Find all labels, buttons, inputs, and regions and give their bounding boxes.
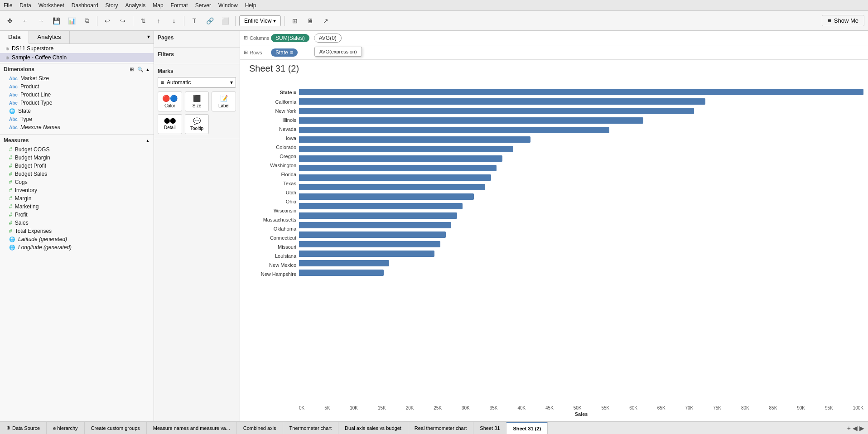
avg-pill[interactable]: AVG(0) AVG(expression) — [314, 34, 342, 43]
toolbar-duplicate[interactable]: ⧉ — [81, 14, 93, 27]
toolbar-highlight[interactable]: ⬜ — [219, 14, 231, 27]
field-inventory[interactable]: # Inventory — [0, 186, 154, 194]
panel-arrow[interactable]: ▾ — [144, 31, 154, 43]
tab-measure-names[interactable]: Measure names and measure va... — [147, 422, 237, 434]
measures-collapse[interactable]: ▲ — [145, 138, 150, 143]
field-market-size[interactable]: Abc Market Size — [0, 74, 154, 82]
bar-row[interactable] — [299, 183, 863, 192]
bar-row[interactable] — [299, 211, 863, 220]
toolbar-save[interactable]: 💾 — [50, 14, 63, 27]
toolbar-share[interactable]: ↗ — [319, 14, 332, 27]
scroll-right-btn[interactable]: ▶ — [859, 424, 864, 432]
toolbar-present[interactable]: 🖥 — [304, 14, 317, 27]
toolbar-home[interactable]: ✤ — [4, 14, 16, 27]
mark-size-btn[interactable]: ⬛ Size — [185, 92, 209, 111]
field-state[interactable]: 🌐 State — [0, 107, 154, 115]
menu-help[interactable]: Help — [245, 2, 256, 9]
menu-map[interactable]: Map — [153, 2, 163, 9]
menu-analysis[interactable]: Analysis — [125, 2, 146, 9]
toolbar-text[interactable]: T — [188, 14, 201, 27]
tab-custom-groups[interactable]: Create custom groups — [85, 422, 147, 434]
field-marketing[interactable]: # Marketing — [0, 203, 154, 211]
toolbar-undo[interactable]: ↩ — [101, 14, 114, 27]
bar-row[interactable] — [299, 106, 863, 116]
new-sheet-btn[interactable]: + — [847, 424, 851, 432]
bar-row[interactable] — [299, 145, 863, 154]
bar-row[interactable] — [299, 97, 863, 106]
tab-combined-axis[interactable]: Combined axis — [237, 422, 283, 434]
menu-format[interactable]: Format — [171, 2, 188, 9]
search-icon[interactable]: 🔍 — [137, 67, 144, 72]
menu-data[interactable]: Data — [19, 2, 31, 9]
field-product-type[interactable]: Abc Product Type — [0, 99, 154, 107]
field-budget-profit[interactable]: # Budget Profit — [0, 162, 154, 170]
bar-row[interactable] — [299, 87, 863, 96]
bar-row[interactable] — [299, 154, 863, 163]
toolbar-swap[interactable]: ⇅ — [137, 14, 149, 27]
tab-sheet31[interactable]: Sheet 31 — [473, 422, 506, 434]
toolbar-sort-asc[interactable]: ↑ — [152, 14, 165, 27]
menu-dashboard[interactable]: Dashboard — [72, 2, 98, 9]
bar-row[interactable] — [299, 164, 863, 173]
field-total-expenses[interactable]: # Total Expenses — [0, 227, 154, 235]
sum-sales-pill[interactable]: SUM(Sales) — [271, 34, 309, 42]
field-product-line[interactable]: Abc Product Line — [0, 91, 154, 99]
bar-row[interactable] — [299, 268, 863, 277]
toolbar-grid[interactable]: ⊞ — [289, 14, 301, 27]
bar-row[interactable] — [299, 116, 863, 125]
menu-window[interactable]: Window — [218, 2, 238, 9]
menu-file[interactable]: File — [4, 2, 12, 9]
tab-datasource[interactable]: ⊕ Data Source — [0, 422, 47, 434]
bar-row[interactable] — [299, 192, 863, 201]
bar-row[interactable] — [299, 249, 863, 258]
bar-row[interactable] — [299, 202, 863, 211]
tab-thermometer[interactable]: Thermometer chart — [283, 422, 339, 434]
datasource-coffee[interactable]: ⊕ Sample - Coffee Chain — [0, 53, 154, 62]
bar-row[interactable] — [299, 259, 863, 268]
toolbar-sort-desc[interactable]: ↓ — [168, 14, 180, 27]
field-budget-sales[interactable]: # Budget Sales — [0, 170, 154, 178]
menu-server[interactable]: Server — [195, 2, 211, 9]
entire-view-dropdown[interactable]: Entire View ▾ — [239, 15, 281, 26]
mark-detail-btn[interactable]: ⬤⬤ Detail — [158, 114, 182, 134]
bar-row[interactable] — [299, 135, 863, 144]
bar-row[interactable] — [299, 230, 863, 239]
tab-real-thermometer[interactable]: Real thermometer chart — [408, 422, 474, 434]
field-longitude[interactable]: 🌐 Longitude (generated) — [0, 243, 154, 251]
mark-color-btn[interactable]: 🔴🔵 Color — [158, 92, 182, 111]
toolbar-redo[interactable]: ↪ — [116, 14, 129, 27]
field-sales[interactable]: # Sales — [0, 219, 154, 227]
mark-label-btn[interactable]: 📝 Label — [212, 92, 236, 111]
field-latitude[interactable]: 🌐 Latitude (generated) — [0, 235, 154, 243]
tab-data[interactable]: Data — [0, 31, 29, 44]
show-me-button[interactable]: ≡ Show Me — [822, 15, 864, 26]
toolbar-back[interactable]: ← — [19, 14, 32, 27]
tab-analytics[interactable]: Analytics — [29, 31, 69, 43]
scroll-left-btn[interactable]: ◀ — [853, 424, 858, 432]
datasource-ds11[interactable]: ⊕ DS11 Superstore — [0, 44, 154, 53]
field-product[interactable]: Abc Product — [0, 82, 154, 91]
tab-sheet31-2[interactable]: Sheet 31 (2) — [506, 422, 548, 434]
field-profit[interactable]: # Profit — [0, 211, 154, 219]
grid-icon[interactable]: ⊞ — [130, 67, 134, 72]
bar-row[interactable] — [299, 221, 863, 230]
tab-dual-axis[interactable]: Dual axis sales vs budget — [338, 422, 408, 434]
marks-type-dropdown[interactable]: ≡ Automatic ▾ — [158, 77, 236, 88]
field-budget-margin[interactable]: # Budget Margin — [0, 154, 154, 162]
tab-hierarchy[interactable]: e hierarchy — [47, 422, 84, 434]
bar-row[interactable] — [299, 240, 863, 249]
menu-worksheet[interactable]: Worksheet — [39, 2, 64, 9]
toolbar-addds[interactable]: 📊 — [65, 14, 78, 27]
field-margin[interactable]: # Margin — [0, 194, 154, 203]
bar-row[interactable] — [299, 173, 863, 182]
bar-row[interactable] — [299, 125, 863, 135]
toolbar-forward[interactable]: → — [34, 14, 47, 27]
field-type[interactable]: Abc Type — [0, 115, 154, 123]
toolbar-tooltip[interactable]: 🔗 — [203, 14, 216, 27]
field-cogs[interactable]: # Cogs — [0, 178, 154, 186]
state-pill[interactable]: State ≡ — [271, 48, 298, 57]
field-measure-names[interactable]: Abc Measure Names — [0, 123, 154, 131]
menu-story[interactable]: Story — [106, 2, 118, 9]
dimensions-collapse[interactable]: ▲ — [145, 67, 150, 72]
mark-tooltip-btn[interactable]: 💬 Tooltip — [185, 114, 209, 134]
